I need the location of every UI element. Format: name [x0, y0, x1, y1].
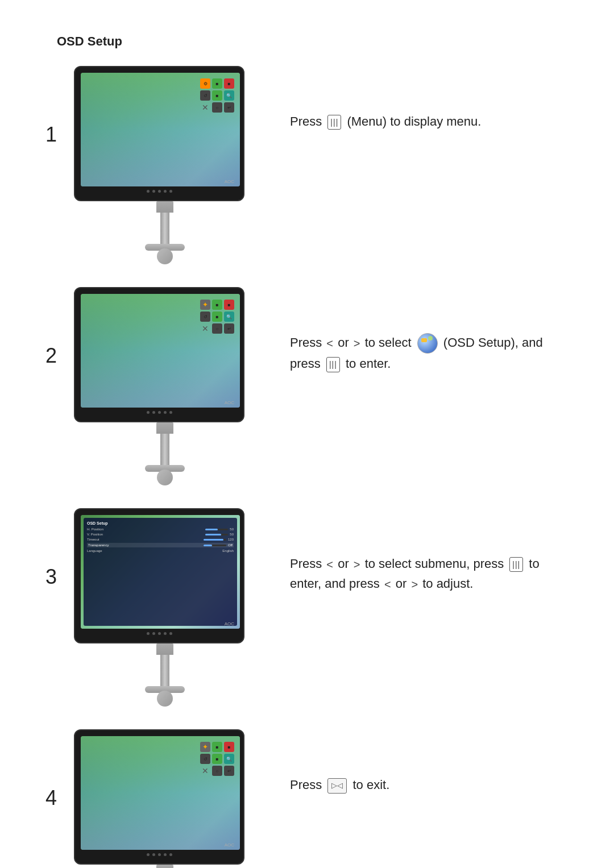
- monitor-2-screen: ✦ ■ ■ ↺ ■ 🔍 ✕ ○ ↵ AOC: [81, 294, 240, 408]
- monitor-buttons: [81, 188, 238, 194]
- step-3-instruction: Press < or > to select submenu, press ||…: [290, 508, 569, 593]
- menu-icon: ✕: [200, 766, 210, 776]
- monitor-4: ✦ ■ ■ ↺ ■ 🔍 ✕ ○ ↵ AOC: [74, 729, 244, 865]
- monitor-buttons: [81, 630, 238, 637]
- menu-icon: ■: [212, 78, 222, 89]
- monitor-buttons: [81, 852, 238, 858]
- menu-icon: ○: [212, 323, 222, 334]
- monitor-2: ✦ ■ ■ ↺ ■ 🔍 ✕ ○ ↵ AOC: [74, 287, 244, 422]
- left-arrow-icon: <: [326, 555, 333, 574]
- step-2-instruction: Press < or > to select (OSD Setup), and …: [290, 287, 569, 373]
- menu-icon: ■: [212, 90, 222, 101]
- step-2-section: 2 ✦ ■ ■ ↺ ■ 🔍 ✕: [45, 287, 569, 485]
- monitor-brand: AOC: [225, 179, 234, 184]
- monitor-3: OSD Setup H. Position 50 V. Position: [74, 508, 244, 643]
- menu-icon: ✕: [200, 102, 210, 113]
- right-arrow-icon: >: [354, 555, 360, 574]
- menu-button-icon: |||: [326, 357, 340, 372]
- menu-icon: ↺: [200, 90, 210, 101]
- menu-icon: ■: [224, 300, 234, 310]
- page-title: OSD Setup: [57, 34, 569, 49]
- step-2-monitor: ✦ ■ ■ ↺ ■ 🔍 ✕ ○ ↵ AOC: [74, 287, 256, 485]
- osd-globe-icon: [417, 333, 438, 354]
- menu-icon: ✕: [200, 323, 210, 334]
- left-arrow-icon: <: [384, 575, 391, 593]
- step-4-monitor: ✦ ■ ■ ↺ ■ 🔍 ✕ ○ ↵ AOC: [74, 729, 256, 868]
- monitor-4-screen: ✦ ■ ■ ↺ ■ 🔍 ✕ ○ ↵ AOC: [81, 736, 240, 850]
- menu-icon: ■: [212, 300, 222, 310]
- menu-icon: ■: [212, 754, 222, 764]
- monitor-1: ⚙ ■ ■ ↺ ■ 🔍 ✕ ○ ↵ AOC: [74, 66, 244, 201]
- monitor-buttons: [81, 409, 238, 416]
- menu-icon: ■: [224, 78, 234, 89]
- menu-button-icon: |||: [327, 115, 341, 130]
- step-1-number: 1: [45, 123, 74, 147]
- step-3-number: 3: [45, 565, 74, 589]
- menu-icon: ■: [212, 742, 222, 752]
- menu-icon: ⚙: [200, 78, 210, 89]
- step-3-section: 3 OSD Setup H. Position 50 V. Position: [45, 508, 569, 707]
- menu-icon: ↵: [224, 102, 234, 113]
- step-4-instruction: Press ▷◁ to exit.: [290, 729, 569, 795]
- step-1-monitor: ⚙ ■ ■ ↺ ■ 🔍 ✕ ○ ↵ AOC: [74, 66, 256, 264]
- monitor-brand: AOC: [225, 400, 234, 405]
- menu-icon: ✦: [200, 300, 210, 310]
- step-3-monitor: OSD Setup H. Position 50 V. Position: [74, 508, 256, 707]
- menu-icon: ■: [212, 312, 222, 322]
- menu-icon: ↵: [224, 323, 234, 334]
- step-4-number: 4: [45, 786, 74, 810]
- menu-icon: 🔍: [224, 90, 234, 101]
- monitor-brand: AOC: [225, 842, 234, 848]
- menu-icon: ↺: [200, 754, 210, 764]
- menu-icon: 🔍: [224, 312, 234, 322]
- right-arrow-icon: >: [411, 575, 418, 593]
- menu-icon: ○: [212, 102, 222, 113]
- menu-icon: ○: [212, 766, 222, 776]
- menu-icon: ↺: [200, 312, 210, 322]
- monitor-brand: AOC: [225, 621, 234, 626]
- step-4-section: 4 ✦ ■ ■ ↺ ■ 🔍 ✕: [45, 729, 569, 868]
- menu-icon: ✦: [200, 742, 210, 752]
- menu-icon: 🔍: [224, 754, 234, 764]
- left-arrow-icon: <: [326, 334, 333, 352]
- monitor-3-screen: OSD Setup H. Position 50 V. Position: [81, 515, 240, 629]
- step-2-number: 2: [45, 344, 74, 368]
- monitor-1-screen: ⚙ ■ ■ ↺ ■ 🔍 ✕ ○ ↵ AOC: [81, 73, 240, 186]
- right-arrow-icon: >: [354, 334, 360, 352]
- menu-icon: ↵: [224, 766, 234, 776]
- step-1-section: 1 ⚙ ■ ■ ↺ ■ 🔍 ✕: [45, 66, 569, 264]
- menu-button-icon: |||: [509, 557, 523, 572]
- menu-icon: ■: [224, 742, 234, 752]
- exit-button-icon: ▷◁: [327, 778, 347, 794]
- step-1-instruction: Press ||| (Menu) to display menu.: [290, 66, 569, 131]
